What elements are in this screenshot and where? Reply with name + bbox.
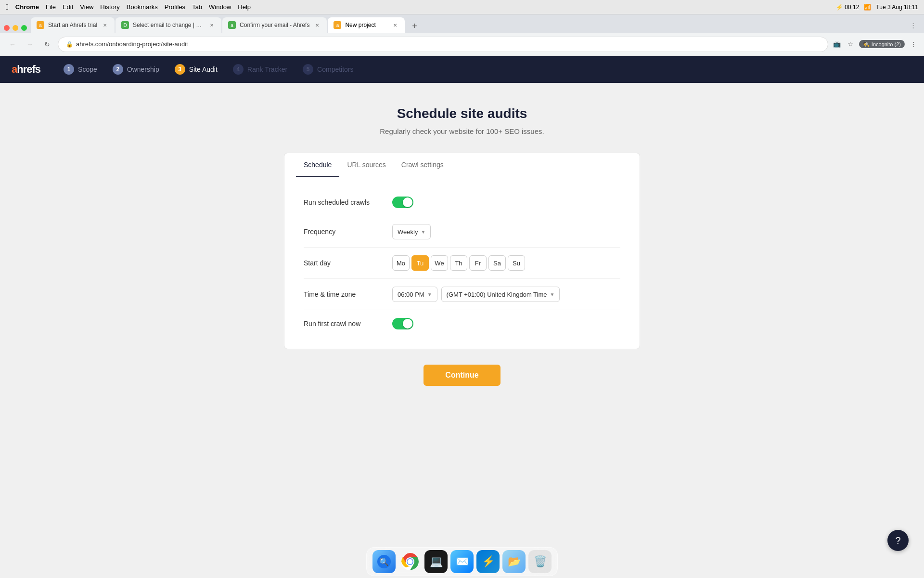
reload-button[interactable]: ↻ [40,38,54,51]
tab-ahrefs-trial[interactable]: a Start an Ahrefs trial ✕ [31,17,115,33]
tab-bar: a Start an Ahrefs trial ✕ D Select email… [0,14,924,33]
tab-django[interactable]: D Select email to change | Djang... ✕ [116,17,221,33]
cast-icon[interactable]: 📺 [832,39,842,49]
tab-title: Confirm your email - Ahrefs [240,22,309,28]
form-row-time-zone: Time & time zone 06:00 PM ▼ (GMT +01:00)… [304,279,620,310]
address-input[interactable]: 🔒 ahrefs.com/onboarding-project/site-aud… [58,37,828,52]
dock-finder[interactable]: 🔍 [372,550,396,573]
page-title: Schedule site audits [397,106,527,121]
step-site-audit[interactable]: 3 Site Audit [175,64,218,75]
day-btn-we[interactable]: We [431,255,448,271]
time-value: 06:00 PM [398,291,424,298]
day-btn-th[interactable]: Th [450,255,467,271]
first-crawl-toggle[interactable] [392,318,413,329]
start-day-control: Mo Tu We Th Fr Sa Su [392,255,525,271]
dock: 🔍 💻 ✉️ ⚡ 📂 🗑️ [366,547,558,576]
incognito-label: Incognito (2) [872,41,901,47]
forward-button[interactable]: → [23,38,37,51]
menu-help[interactable]: Help [238,3,251,11]
tab-close-icon[interactable]: ✕ [313,21,321,29]
tab-title: Start an Ahrefs trial [48,22,97,28]
main-content: Schedule site audits Regularly check you… [0,83,924,578]
window-maximize-button[interactable] [21,25,27,31]
new-tab-button[interactable]: + [408,19,421,33]
step-num: 1 [64,64,74,75]
tab-schedule[interactable]: Schedule [296,153,339,177]
dock-trash[interactable]: 🗑️ [528,550,552,573]
menu-bookmarks[interactable]: Bookmarks [127,3,158,11]
address-bar: ← → ↻ 🔒 ahrefs.com/onboarding-project/si… [0,33,924,56]
menu-tab[interactable]: Tab [192,3,202,11]
frequency-value: Weekly [398,228,418,236]
menu-edit[interactable]: Edit [63,3,73,11]
time-zone-control: 06:00 PM ▼ (GMT +01:00) United Kingdom T… [392,287,560,302]
svg-text:🔍: 🔍 [379,557,389,566]
tab-url-sources[interactable]: URL sources [339,153,393,177]
day-btn-su[interactable]: Su [508,255,525,271]
tab-list: a Start an Ahrefs trial ✕ D Select email… [31,17,906,33]
form-row-start-day: Start day Mo Tu We Th Fr Sa Su [304,248,620,279]
continue-button[interactable]: Continue [424,365,500,386]
window-minimize-button[interactable] [13,25,18,31]
tab-close-icon[interactable]: ✕ [391,21,399,29]
chevron-down-icon: ▼ [421,229,425,235]
menu-bar-right: ⚡ 00:12 📶 Tue 3 Aug 18:11 [836,4,918,11]
page-subtitle: Regularly check your website for 100+ SE… [380,127,544,135]
chevron-down-icon: ▼ [427,292,432,297]
step-scope[interactable]: 1 Scope [64,64,97,75]
back-button[interactable]: ← [6,38,19,51]
tab-new-project[interactable]: a New project ✕ [328,17,405,33]
dock-terminal[interactable]: 💻 [424,550,448,573]
menu-bar:  Chrome File Edit View History Bookmark… [0,0,924,14]
tab-list-expand-icon[interactable]: ⋮ [906,20,920,31]
dock-chrome[interactable] [398,550,422,573]
step-competitors: 5 Competitors [303,64,353,75]
dock-files[interactable]: 📂 [502,550,526,573]
time-zone-label: Time & time zone [304,290,381,298]
ahrefs-logo: ahrefs [12,63,40,76]
frequency-select[interactable]: Weekly ▼ [392,224,431,239]
svg-point-4 [408,559,413,565]
tab-title: New project [345,22,387,28]
dock-mail[interactable]: ✉️ [450,550,474,573]
tab-crawl-settings[interactable]: Crawl settings [394,153,451,177]
step-num: 3 [175,64,185,75]
tab-confirm-email[interactable]: a Confirm your email - Ahrefs ✕ [222,17,327,33]
tab-close-icon[interactable]: ✕ [208,21,216,29]
day-btn-tu[interactable]: Tu [411,255,429,271]
bookmark-icon[interactable]: ☆ [846,39,855,49]
step-rank-tracker: 4 Rank Tracker [233,64,287,75]
more-button[interactable]: ⋮ [909,39,918,49]
first-crawl-label: Run first crawl now [304,320,381,328]
timezone-value: (GMT +01:00) United Kingdom Time [447,291,547,298]
timezone-select[interactable]: (GMT +01:00) United Kingdom Time ▼ [441,287,560,302]
menu-profiles[interactable]: Profiles [165,3,185,11]
scheduled-crawls-control [392,197,413,208]
chrome-window: a Start an Ahrefs trial ✕ D Select email… [0,14,924,578]
menu-window[interactable]: Window [209,3,231,11]
menu-file[interactable]: File [46,3,56,11]
step-label: Rank Tracker [247,66,287,73]
help-button[interactable]: ? [887,530,909,551]
menu-chrome[interactable]: Chrome [15,3,39,11]
tab-close-icon[interactable]: ✕ [101,21,109,29]
schedule-card: Schedule URL sources Crawl settings Run … [284,153,640,349]
day-btn-fr[interactable]: Fr [469,255,487,271]
dock-vscode[interactable]: ⚡ [476,550,500,573]
menu-history[interactable]: History [100,3,119,11]
wifi-icon: 📶 [864,4,871,11]
day-btn-mo[interactable]: Mo [392,255,410,271]
apple-logo-icon[interactable]:  [6,3,9,12]
step-ownership[interactable]: 2 Ownership [113,64,159,75]
time-select[interactable]: 06:00 PM ▼ [392,287,437,302]
form-row-frequency: Frequency Weekly ▼ [304,216,620,248]
url-display: ahrefs.com/onboarding-project/site-audit [76,40,188,48]
ahrefs-navbar: ahrefs 1 Scope 2 Ownership 3 Site Audit … [0,56,924,83]
start-day-label: Start day [304,259,381,267]
scheduled-crawls-label: Run scheduled crawls [304,198,381,206]
form-row-first-crawl: Run first crawl now [304,310,620,337]
window-close-button[interactable] [4,25,10,31]
day-btn-sa[interactable]: Sa [488,255,506,271]
menu-view[interactable]: View [80,3,93,11]
scheduled-crawls-toggle[interactable] [392,197,413,208]
